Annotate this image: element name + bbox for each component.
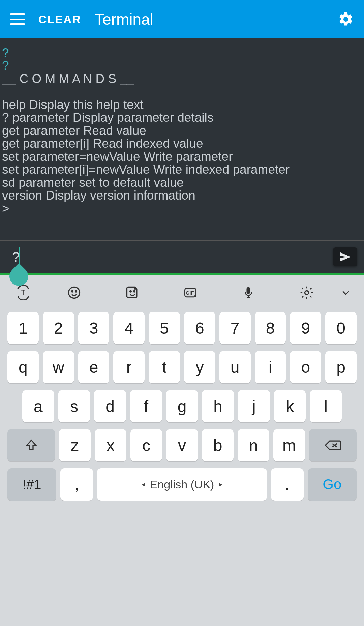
key-5[interactable]: 5 [149, 312, 180, 344]
key-2[interactable]: 2 [43, 312, 74, 344]
microphone-icon[interactable] [219, 285, 277, 300]
key-3[interactable]: 3 [78, 312, 110, 344]
key-l[interactable]: l [310, 390, 342, 422]
keyboard-settings-icon[interactable] [278, 285, 336, 300]
key-c[interactable]: c [130, 429, 162, 461]
svg-point-1 [69, 287, 80, 298]
keyboard-key-rows: 1 2 3 4 5 6 7 8 9 0 q w e r t y u i o p … [0, 307, 364, 626]
key-w[interactable]: w [43, 351, 74, 383]
svg-point-4 [130, 291, 131, 292]
gif-icon[interactable]: GIF [161, 285, 219, 300]
key-g[interactable]: g [166, 390, 198, 422]
settings-icon[interactable] [338, 11, 354, 27]
terminal-line: sd parameter set to default value [2, 176, 184, 189]
text-cursor [19, 247, 20, 266]
terminal-line: > [2, 202, 9, 215]
app-title: Terminal [95, 10, 153, 28]
terminal-line: help Display this help text [2, 98, 144, 112]
svg-point-5 [133, 291, 135, 292]
symbols-key[interactable]: !#1 [7, 468, 56, 501]
period-key[interactable]: . [271, 468, 304, 501]
key-o[interactable]: o [290, 351, 321, 383]
key-q[interactable]: q [7, 351, 39, 383]
spacebar-key[interactable]: ◂ English (UK) ▸ [97, 468, 267, 501]
key-t[interactable]: t [149, 351, 180, 383]
key-row-numbers: 1 2 3 4 5 6 7 8 9 0 [7, 312, 357, 344]
soft-keyboard: T GIF [0, 275, 364, 626]
backspace-key[interactable] [309, 429, 357, 461]
terminal-line: ? [2, 46, 9, 60]
collapse-keyboard-icon[interactable] [336, 288, 356, 298]
key-row-qwerty: q w e r t y u i o p [7, 351, 357, 383]
key-row-home: a s d f g h j k l [7, 390, 357, 422]
key-1[interactable]: 1 [7, 312, 39, 344]
key-7[interactable]: 7 [219, 312, 251, 344]
key-9[interactable]: 9 [290, 312, 321, 344]
go-key[interactable]: Go [308, 468, 357, 501]
terminal-line: get parameter[i] Read indexed value [2, 137, 203, 150]
key-row-space: !#1 , ◂ English (UK) ▸ . Go [7, 468, 357, 501]
key-b[interactable]: b [202, 429, 234, 461]
terminal-line: ? [2, 59, 9, 72]
key-s[interactable]: s [58, 390, 90, 422]
send-button[interactable] [333, 247, 357, 266]
key-z[interactable]: z [59, 429, 91, 461]
key-v[interactable]: v [166, 429, 198, 461]
key-y[interactable]: y [184, 351, 215, 383]
key-e[interactable]: e [78, 351, 110, 383]
clear-button[interactable]: CLEAR [38, 13, 81, 26]
key-n[interactable]: n [238, 429, 269, 461]
shift-key[interactable] [7, 429, 55, 461]
key-h[interactable]: h [202, 390, 234, 422]
terminal-line: version Display version information [2, 188, 195, 202]
key-k[interactable]: k [274, 390, 306, 422]
text-input-mode-icon[interactable]: T [8, 282, 38, 303]
terminal-line: __ C O M M A N D S __ [2, 72, 134, 86]
command-input-bar [0, 240, 364, 273]
key-row-bottom-letters: z x c v b n m [7, 429, 357, 461]
key-p[interactable]: p [325, 351, 357, 383]
key-j[interactable]: j [238, 390, 270, 422]
key-a[interactable]: a [22, 390, 54, 422]
menu-icon[interactable] [10, 13, 25, 25]
svg-text:T: T [21, 289, 25, 296]
key-6[interactable]: 6 [184, 312, 215, 344]
command-input[interactable] [12, 249, 333, 265]
key-i[interactable]: i [255, 351, 286, 383]
spacebar-label: English (UK) [150, 478, 214, 491]
key-f[interactable]: f [130, 390, 162, 422]
key-r[interactable]: r [113, 351, 145, 383]
terminal-line: get parameter Read value [2, 124, 146, 138]
terminal-line: set parameter=newValue Write parameter [2, 150, 233, 163]
keyboard-toolbar: T GIF [0, 278, 364, 307]
svg-text:GIF: GIF [186, 290, 194, 296]
key-m[interactable]: m [273, 429, 305, 461]
svg-point-3 [75, 291, 77, 292]
svg-point-2 [72, 291, 73, 292]
key-4[interactable]: 4 [113, 312, 145, 344]
key-0[interactable]: 0 [325, 312, 357, 344]
svg-point-10 [305, 291, 308, 295]
terminal-output: ? ? __ C O M M A N D S __ help Display t… [0, 38, 364, 240]
terminal-line: ? parameter Display parameter details [2, 111, 213, 124]
sticker-icon[interactable] [103, 285, 161, 300]
terminal-line: set parameter[i]=newValue Write indexed … [2, 162, 290, 176]
key-u[interactable]: u [219, 351, 251, 383]
key-d[interactable]: d [94, 390, 126, 422]
emoji-icon[interactable] [45, 285, 103, 300]
comma-key[interactable]: , [60, 468, 93, 501]
key-x[interactable]: x [95, 429, 126, 461]
key-8[interactable]: 8 [255, 312, 286, 344]
app-bar: CLEAR Terminal [0, 0, 364, 38]
